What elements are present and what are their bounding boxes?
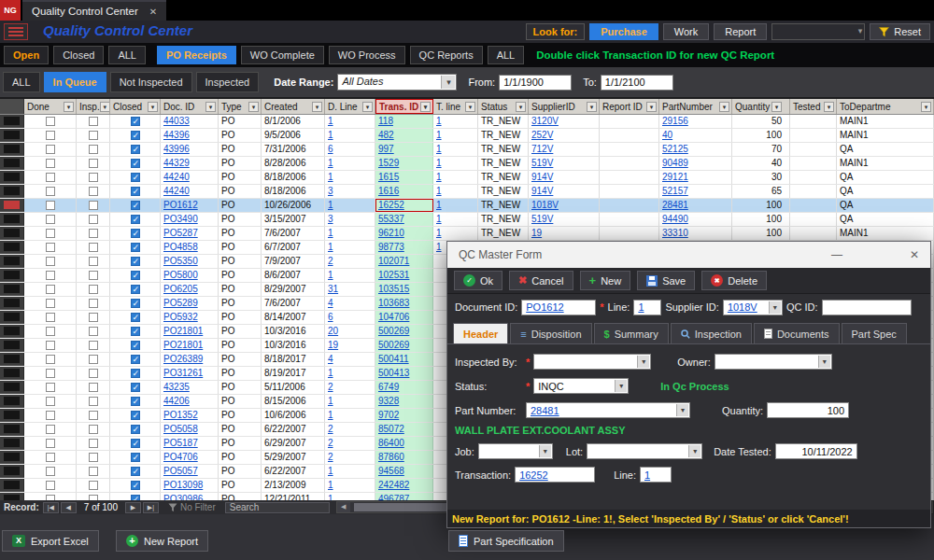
cell-partnumber[interactable]: 28481	[659, 199, 732, 212]
filter-arrow-icon[interactable]: ▾	[100, 102, 110, 112]
insp-checkbox[interactable]	[89, 397, 98, 406]
cell-doc-id[interactable]: 44206	[161, 395, 219, 408]
row-indicator[interactable]	[0, 451, 24, 464]
insp-checkbox[interactable]	[89, 411, 98, 420]
lot-dropdown[interactable]	[587, 443, 702, 459]
cell-d-line[interactable]: 1	[325, 479, 375, 492]
cell-trans-id[interactable]: 1529	[375, 157, 433, 170]
next-record-button[interactable]: ▶	[125, 502, 141, 513]
filter-arrow-icon[interactable]: ▾	[824, 102, 834, 112]
done-checkbox[interactable]	[46, 271, 55, 280]
done-checkbox[interactable]	[46, 355, 55, 364]
insp-checkbox[interactable]	[89, 383, 98, 392]
done-checkbox[interactable]	[46, 383, 55, 392]
cell-partnumber[interactable]: 33310	[659, 227, 732, 240]
cell-t-line[interactable]: 1	[433, 157, 478, 170]
closed-checkbox[interactable]	[131, 187, 140, 196]
cell-partnumber[interactable]: 52125	[659, 143, 732, 156]
done-checkbox[interactable]	[46, 299, 55, 308]
cell-t-line[interactable]: 1	[433, 213, 478, 226]
cell-d-line[interactable]: 2	[325, 451, 375, 464]
filter-arrow-icon[interactable]: ▾	[248, 102, 259, 112]
cell-d-line[interactable]: 20	[325, 325, 375, 338]
insp-checkbox[interactable]	[89, 131, 98, 140]
done-checkbox[interactable]	[46, 453, 55, 462]
cell-doc-id[interactable]: PO5058	[161, 423, 219, 436]
cell-supplierid[interactable]: 519V	[529, 157, 600, 170]
cell-doc-id[interactable]: PO5187	[161, 437, 219, 450]
closed-checkbox[interactable]	[131, 215, 140, 224]
insp-checkbox[interactable]	[89, 481, 98, 490]
filter-arrow-icon[interactable]: ▾	[64, 102, 74, 112]
closed-checkbox[interactable]	[131, 313, 140, 322]
done-checkbox[interactable]	[46, 117, 55, 126]
cell-trans-id[interactable]: 98773	[375, 241, 433, 254]
row-indicator[interactable]	[0, 395, 24, 408]
cell-t-line[interactable]: 1	[433, 185, 478, 198]
column-header-tested[interactable]: Tested▾	[790, 99, 837, 114]
filter-arrow-icon[interactable]: ▾	[362, 102, 373, 112]
cell-t-line[interactable]: 1	[433, 199, 478, 212]
row-indicator[interactable]	[0, 493, 24, 500]
from-date-input[interactable]	[499, 75, 572, 91]
column-header-status[interactable]: Status▾	[478, 99, 529, 114]
row-indicator[interactable]	[0, 171, 24, 184]
done-checkbox[interactable]	[46, 341, 55, 350]
wo-process-button[interactable]: WO Process	[329, 46, 405, 64]
column-header-d-line[interactable]: D. Line▾	[325, 99, 375, 114]
cell-doc-id[interactable]: PO26389	[161, 353, 219, 366]
cell-doc-id[interactable]: PO4706	[161, 451, 219, 464]
table-row[interactable]: 43996PO7/31/200669971TR_NEW712V5212570QA	[0, 143, 934, 157]
cell-doc-id[interactable]: 44240	[161, 171, 219, 184]
closed-checkbox[interactable]	[131, 243, 140, 252]
filter-arrow-icon[interactable]: ▾	[646, 102, 657, 112]
column-header-t-line[interactable]: T. line▾	[433, 99, 478, 114]
row-indicator[interactable]	[0, 339, 24, 352]
reset-button[interactable]: Reset	[870, 23, 930, 40]
cell-doc-id[interactable]: PO21801	[161, 339, 219, 352]
cell-trans-id[interactable]: 87860	[375, 451, 433, 464]
po-receipts-button[interactable]: PO Receipts	[157, 46, 236, 64]
cell-doc-id[interactable]: PO13098	[161, 479, 219, 492]
date-tested-field[interactable]: 10/11/2022	[775, 443, 857, 459]
cell-partnumber[interactable]: 40	[659, 129, 732, 142]
all-right-button[interactable]: ALL	[488, 46, 525, 64]
cell-d-line[interactable]: 3	[325, 213, 375, 226]
cell-doc-id[interactable]: PO5932	[161, 311, 219, 324]
cell-doc-id[interactable]: PO5800	[161, 269, 219, 282]
cell-partnumber[interactable]: 29121	[659, 171, 732, 184]
cell-trans-id[interactable]: 86400	[375, 437, 433, 450]
closed-checkbox[interactable]	[131, 229, 140, 238]
cell-d-line[interactable]: 4	[325, 297, 375, 310]
row-indicator[interactable]	[0, 255, 24, 268]
cell-d-line[interactable]: 2	[325, 255, 375, 268]
cell-d-line[interactable]: 2	[325, 437, 375, 450]
in-queue-button[interactable]: In Queue	[44, 72, 106, 92]
not-inspected-button[interactable]: Not Inspected	[110, 72, 192, 92]
insp-checkbox[interactable]	[89, 117, 98, 126]
closed-checkbox[interactable]	[131, 481, 140, 490]
cell-doc-id[interactable]: PO4858	[161, 241, 219, 254]
cell-d-line[interactable]: 2	[325, 381, 375, 394]
filter-arrow-icon[interactable]: ▾	[148, 102, 158, 112]
cell-trans-id[interactable]: 997	[375, 143, 433, 156]
done-checkbox[interactable]	[46, 467, 55, 476]
closed-checkbox[interactable]	[131, 355, 140, 364]
cell-doc-id[interactable]: 44329	[161, 157, 219, 170]
date-range-dropdown[interactable]: All Dates	[337, 74, 457, 91]
done-checkbox[interactable]	[46, 215, 55, 224]
row-indicator[interactable]	[0, 423, 24, 436]
done-checkbox[interactable]	[46, 411, 55, 420]
column-header-insp[interactable]: Insp.▾	[77, 99, 110, 114]
closed-checkbox[interactable]	[131, 327, 140, 336]
insp-checkbox[interactable]	[89, 341, 98, 350]
closed-checkbox[interactable]	[131, 117, 140, 126]
column-header-supplierid[interactable]: SupplierID▾	[529, 99, 600, 114]
done-checkbox[interactable]	[46, 159, 55, 168]
cell-d-line[interactable]: 6	[325, 143, 375, 156]
purchase-button[interactable]: Purchase	[589, 23, 658, 40]
insp-checkbox[interactable]	[89, 201, 98, 210]
cell-d-line[interactable]: 1	[325, 269, 375, 282]
cell-d-line[interactable]: 1	[325, 465, 375, 478]
open-filter-button[interactable]: Open	[4, 46, 49, 64]
